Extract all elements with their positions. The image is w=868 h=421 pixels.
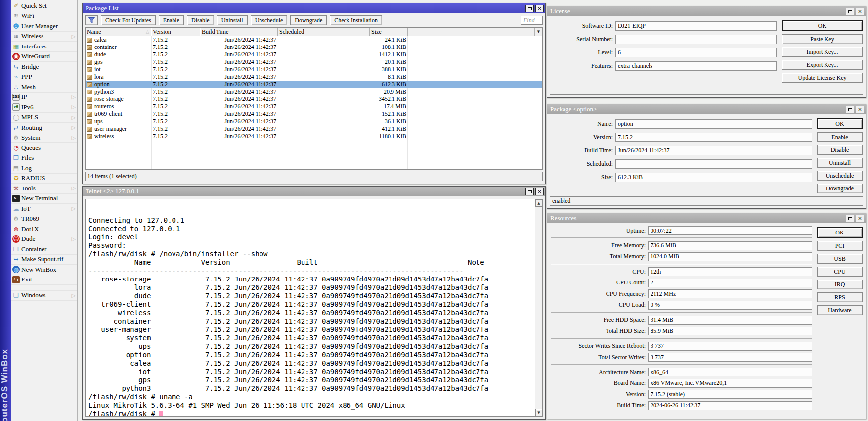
table-row[interactable]: calea7.15.2Jun/26/2024 11:42:3724.1 KiB	[86, 36, 542, 44]
field-value[interactable]: 85.9 MiB	[648, 327, 812, 335]
sidebar-item-dude[interactable]: ☺Dude▷	[11, 234, 77, 245]
pci-button[interactable]: PCI	[817, 241, 863, 251]
unschedule-button[interactable]: Unschedule	[251, 15, 288, 25]
check-for-updates-button[interactable]: Check For Updates	[101, 15, 156, 25]
scroll-down-icon[interactable]: ▼	[535, 409, 542, 416]
field-value[interactable]: 2112 MHz	[648, 289, 812, 298]
maximize-button[interactable]	[525, 5, 534, 12]
field-value[interactable]	[615, 35, 777, 44]
sidebar-item-wireguard[interactable]: ◉WireGuard	[11, 52, 77, 62]
maximize-button[interactable]	[846, 106, 854, 113]
resources-titlebar[interactable]: Resources ✕	[547, 213, 866, 223]
ok-button[interactable]: OK	[782, 20, 863, 31]
sidebar-item-iot[interactable]: ☁IoT▷	[11, 204, 77, 214]
table-row[interactable]: container7.15.2Jun/26/2024 11:42:37108.1…	[86, 44, 542, 51]
maximize-button[interactable]	[846, 215, 854, 222]
sidebar-item-radius[interactable]: ✪RADIUS	[11, 174, 77, 184]
field-value[interactable]: 1024.0 MiB	[648, 252, 812, 261]
sidebar-item-tools[interactable]: ⚒Tools▷	[11, 184, 77, 194]
close-button[interactable]: ✕	[535, 188, 544, 195]
close-button[interactable]: ✕	[535, 5, 544, 12]
license-titlebar[interactable]: License ✕	[547, 6, 866, 16]
disable-button[interactable]: Disable	[187, 15, 214, 25]
table-row[interactable]: rose-storage7.15.2Jun/26/2024 11:42:3734…	[86, 95, 542, 103]
terminal-area[interactable]: Connecting to 127.0.0.1Connected to 127.…	[85, 199, 543, 417]
sidebar-item-queues[interactable]: ◔Queues	[11, 143, 77, 153]
field-value[interactable]: x86 VMware, Inc. VMware20,1	[648, 379, 812, 388]
field-value[interactable]: 3 737	[648, 342, 812, 351]
field-value[interactable]: x86_64	[648, 368, 812, 376]
sidebar-item-log[interactable]: ▤Log	[11, 163, 77, 174]
field-value[interactable]: 12th	[648, 267, 812, 276]
import-key-button[interactable]: Import Key...	[782, 47, 863, 57]
sidebar-item-files[interactable]: ❐Files	[11, 153, 77, 164]
field-value[interactable]: 736.6 MiB	[648, 241, 812, 250]
field-value[interactable]: 612.3 KiB	[615, 173, 812, 182]
close-button[interactable]: ✕	[856, 215, 864, 222]
rps-button[interactable]: RPS	[817, 292, 863, 302]
terminal-output[interactable]: Connecting to 127.0.0.1Connected to 127.…	[86, 199, 535, 416]
field-value[interactable]: 7.15.2 (stable)	[648, 390, 812, 399]
sidebar-item-quick-set[interactable]: ✐Quick Set	[11, 1, 77, 11]
disable-button[interactable]: Disable	[817, 145, 863, 155]
sidebar-item-wireless[interactable]: ≋Wireless▷	[11, 32, 77, 42]
scroll-up-icon[interactable]: ▲	[535, 199, 542, 207]
field-value[interactable]: DJ21-EIQP	[615, 21, 777, 31]
field-value[interactable]: option	[615, 119, 812, 129]
ok-button[interactable]: OK	[817, 118, 863, 129]
field-value[interactable]: extra-channels	[615, 61, 777, 71]
sidebar-item-container[interactable]: ❒Container	[11, 244, 77, 255]
field-value[interactable]: 0 %	[648, 301, 812, 310]
unschedule-button[interactable]: Unschedule	[817, 171, 863, 181]
sidebar-item-wifi[interactable]: ≋WiFi	[11, 11, 77, 22]
column-select-button[interactable]: ▼	[535, 28, 542, 36]
telnet-titlebar[interactable]: Telnet <2> 127.0.0.1 ✕	[83, 187, 545, 196]
sidebar-item-new-winbox[interactable]: ◍New WinBox	[11, 265, 77, 275]
column-header-name[interactable]: Name△	[86, 28, 151, 36]
field-value[interactable]: 2024-06-26 11:42:37	[648, 401, 812, 410]
update-license-key-button[interactable]: Update License Key	[782, 73, 863, 83]
field-value[interactable]: 00:07:22	[648, 226, 812, 235]
sidebar-item-interfaces[interactable]: ▦Interfaces	[11, 42, 77, 52]
table-row[interactable]: dude7.15.2Jun/26/2024 11:42:371412.1 KiB	[86, 51, 542, 58]
sidebar-item-new-terminal[interactable]: >_New Terminal	[11, 194, 77, 204]
ok-button[interactable]: OK	[817, 227, 863, 238]
sidebar-item-ipv6[interactable]: v6IPv6▷	[11, 102, 77, 113]
sidebar-item-tr069[interactable]: ⚙TR069	[11, 214, 77, 225]
terminal-scrollbar[interactable]: ▲ ▼	[535, 199, 542, 416]
sidebar-item-mpls[interactable]: ◯MPLS▷	[11, 113, 77, 123]
table-row[interactable]: iot7.15.2Jun/26/2024 11:42:37388.1 KiB	[86, 66, 542, 73]
enable-button[interactable]: Enable	[159, 15, 184, 25]
sidebar-item-make-supout-rif[interactable]: ➥Make Supout.rif	[11, 255, 77, 265]
field-value[interactable]: 7.15.2	[615, 133, 812, 142]
column-header-version[interactable]: Version	[151, 28, 200, 36]
sidebar-item-dot1x[interactable]: ⊗Dot1X	[11, 224, 77, 234]
table-row[interactable]: python37.15.2Jun/26/2024 11:42:3720.9 Mi…	[86, 88, 542, 95]
package-list-titlebar[interactable]: Package List ✕	[83, 3, 545, 13]
table-row[interactable]: ups7.15.2Jun/26/2024 11:42:3736.1 KiB	[86, 118, 542, 125]
check-installation-button[interactable]: Check Installation	[330, 15, 382, 25]
sidebar-item-system[interactable]: ⚙System▷	[11, 133, 77, 143]
downgrade-button[interactable]: Downgrade	[290, 15, 327, 25]
field-value[interactable]: 31.4 MiB	[648, 316, 812, 325]
uninstall-button[interactable]: Uninstall	[817, 158, 863, 168]
find-input[interactable]	[521, 16, 543, 25]
sidebar-item-user-manager[interactable]: ☻User Manager	[11, 21, 77, 32]
usb-button[interactable]: USB	[817, 254, 863, 264]
column-header-size[interactable]: Size	[370, 28, 408, 36]
table-row[interactable]: gps7.15.2Jun/26/2024 11:42:3720.1 KiB	[86, 58, 542, 66]
hardware-button[interactable]: Hardware	[817, 305, 863, 315]
column-header-build-time[interactable]: Build Time	[200, 28, 278, 36]
table-row[interactable]: user-manager7.15.2Jun/26/2024 11:42:3741…	[86, 125, 542, 133]
close-button[interactable]: ✕	[856, 106, 864, 113]
paste-key-button[interactable]: Paste Key	[782, 34, 863, 44]
column-header-scheduled[interactable]: Scheduled	[278, 28, 370, 36]
sidebar-item-mesh[interactable]: ∴Mesh	[11, 82, 77, 93]
maximize-button[interactable]	[846, 8, 854, 15]
sidebar-item-exit[interactable]: ↪Exit	[11, 275, 77, 285]
cpu-button[interactable]: CPU	[817, 267, 863, 277]
table-row[interactable]: wireless7.15.2Jun/26/2024 11:42:371180.1…	[86, 133, 542, 140]
table-row[interactable]: option7.15.2Jun/26/2024 11:42:37612.3 Ki…	[86, 81, 542, 88]
table-row[interactable]: tr069-client7.15.2Jun/26/2024 11:42:3715…	[86, 110, 542, 118]
enable-button[interactable]: Enable	[817, 132, 863, 142]
